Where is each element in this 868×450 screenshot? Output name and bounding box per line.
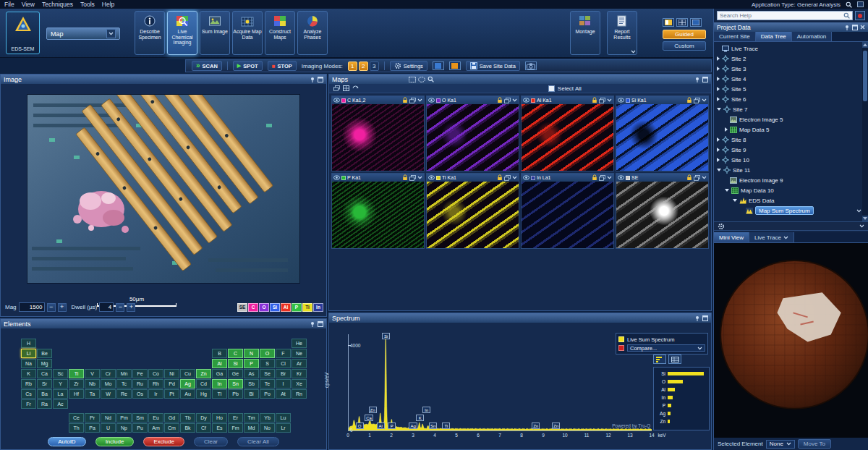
element-f[interactable]: F	[276, 349, 291, 358]
expand-icon[interactable]	[702, 315, 708, 321]
element-pb[interactable]: Pb	[228, 389, 243, 399]
element-cs[interactable]: Cs	[21, 389, 36, 399]
report-results-button[interactable]: Report Results	[607, 11, 637, 55]
imaging-mode-2-button[interactable]: 2	[359, 61, 368, 71]
eye-icon[interactable]	[523, 175, 529, 180]
element-er[interactable]: Er	[228, 413, 243, 423]
element-ta[interactable]: Ta	[85, 389, 100, 399]
chevron-down-icon[interactable]	[417, 176, 422, 179]
map-image-se[interactable]	[616, 182, 708, 248]
menu-item-help[interactable]: Help	[102, 1, 114, 8]
element-chip-ti[interactable]: Ti	[302, 303, 312, 312]
element-mn[interactable]: Mn	[116, 369, 132, 378]
tree-item-site-10[interactable]: Site 10	[714, 155, 861, 165]
mag-decrease-button[interactable]: −	[47, 303, 56, 312]
map-header-p-ka1[interactable]: P Ka1	[332, 174, 424, 182]
guided-button[interactable]: Guided	[663, 30, 706, 39]
clear-all-button[interactable]: Clear All	[237, 437, 279, 446]
include-button[interactable]: Include	[95, 437, 135, 446]
aux-tool-button-2[interactable]	[449, 61, 461, 70]
element-k[interactable]: K	[21, 369, 36, 378]
tree-item-map-data-5[interactable]: Map Data 5	[714, 124, 861, 135]
element-al[interactable]: Al	[212, 359, 227, 368]
element-pu[interactable]: Pu	[132, 423, 148, 433]
element-zr[interactable]: Zr	[69, 379, 84, 389]
element-chip-si[interactable]: Si	[270, 303, 280, 312]
element-ni[interactable]: Ni	[164, 369, 179, 378]
element-zn[interactable]: Zn	[196, 369, 211, 378]
element-no[interactable]: No	[260, 423, 275, 433]
grid-icon[interactable]	[343, 85, 349, 91]
rect-select-icon[interactable]	[409, 76, 416, 82]
close-icon[interactable]	[860, 25, 865, 30]
tree-expand-arrow[interactable]	[717, 169, 721, 171]
chevron-down-icon[interactable]	[631, 50, 636, 54]
element-fe[interactable]: Fe	[132, 369, 148, 378]
layers-icon[interactable]	[599, 175, 605, 181]
element-li[interactable]: Li	[21, 349, 36, 358]
element-ca[interactable]: Ca	[37, 369, 52, 378]
eds-sem-badge[interactable]: EDS-SEM	[6, 12, 40, 54]
map-image-ti-ka1[interactable]	[427, 182, 519, 248]
tree-item-site-4[interactable]: Site 4	[714, 74, 861, 84]
selected-element-dropdown[interactable]: None	[766, 440, 795, 449]
element-bk[interactable]: Bk	[180, 423, 195, 433]
element-sr[interactable]: Sr	[37, 379, 52, 389]
map-image-si-ka1[interactable]	[616, 104, 708, 171]
element-gd[interactable]: Gd	[164, 413, 179, 423]
tree-expand-arrow[interactable]	[717, 108, 721, 111]
peak-marker-p[interactable]: P	[388, 423, 396, 429]
element-sc[interactable]: Sc	[53, 369, 68, 378]
element-th[interactable]: Th	[69, 423, 84, 433]
layers-icon[interactable]	[599, 98, 605, 103]
scroll-up-icon[interactable]	[862, 42, 868, 48]
element-mg[interactable]: Mg	[37, 359, 52, 368]
dwell-increase-button[interactable]: +	[127, 303, 135, 312]
tab-automation[interactable]: Automation	[792, 32, 832, 41]
element-hg[interactable]: Hg	[196, 389, 211, 399]
map-image-in-la1[interactable]	[522, 182, 613, 248]
lock-icon[interactable]	[686, 97, 692, 103]
spot-button[interactable]: ▶SPOT	[233, 61, 263, 71]
element-tb[interactable]: Tb	[180, 413, 195, 423]
settings-button[interactable]: Settings	[390, 61, 427, 71]
element-cr[interactable]: Cr	[101, 369, 116, 378]
imaging-mode-1-button[interactable]: 1	[348, 61, 357, 71]
element-hf[interactable]: Hf	[69, 389, 84, 399]
peak-marker-sn[interactable]: Sn	[429, 423, 437, 429]
element-sm[interactable]: Sm	[132, 413, 148, 423]
element-y[interactable]: Y	[53, 379, 68, 389]
element-chip-o[interactable]: O	[259, 303, 269, 312]
tab-live-trace[interactable]: Live Trace	[749, 232, 794, 242]
element-cu[interactable]: Cu	[180, 369, 195, 378]
tab-current-site[interactable]: Current Site	[714, 32, 756, 41]
custom-button[interactable]: Custom	[663, 41, 706, 51]
element-pm[interactable]: Pm	[116, 413, 132, 423]
tree-item-site-7[interactable]: Site 7	[714, 104, 861, 114]
element-rb[interactable]: Rb	[21, 379, 36, 389]
peak-marker-zn[interactable]: Zn	[532, 423, 540, 429]
mini-view-image[interactable]	[714, 243, 868, 438]
element-i[interactable]: I	[276, 379, 291, 389]
element-au[interactable]: Au	[180, 389, 195, 399]
freehand-select-icon[interactable]	[418, 76, 425, 82]
dwell-input[interactable]	[99, 302, 114, 312]
element-ar[interactable]: Ar	[292, 359, 307, 368]
chevron-down-icon[interactable]	[512, 98, 517, 102]
layers-icon[interactable]	[333, 85, 340, 91]
element-p[interactable]: P	[244, 359, 259, 368]
element-ag[interactable]: Ag	[180, 379, 195, 389]
element-yb[interactable]: Yb	[260, 413, 275, 423]
scrollbar-thumb[interactable]	[863, 51, 867, 101]
pin-icon[interactable]	[694, 315, 700, 321]
exclude-button[interactable]: Exclude	[143, 437, 184, 446]
tree-item-eds-data[interactable]: EDS Data	[714, 195, 861, 205]
map-header-in-la1[interactable]: In La1	[522, 174, 613, 182]
element-pr[interactable]: Pr	[85, 413, 100, 423]
expand-icon[interactable]	[702, 77, 708, 82]
tree-expand-arrow[interactable]	[717, 67, 720, 71]
element-chip-c[interactable]: C	[248, 303, 258, 312]
tree-expand-arrow[interactable]	[725, 127, 728, 132]
peak-marker-zn[interactable]: Zn	[369, 407, 377, 413]
eye-icon[interactable]	[618, 98, 624, 103]
